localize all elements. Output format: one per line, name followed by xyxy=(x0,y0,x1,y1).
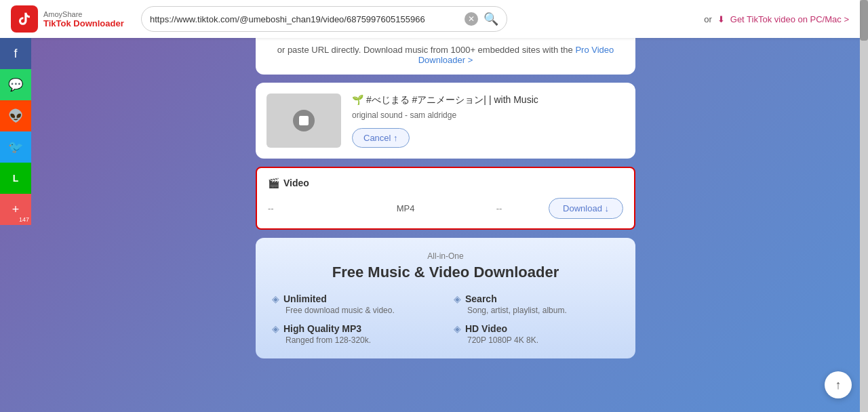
cancel-button[interactable]: Cancel ↑ xyxy=(352,128,410,148)
main-content: or paste URL directly. Download music fr… xyxy=(31,38,860,412)
clear-button[interactable]: ✕ xyxy=(465,12,478,26)
twitter-icon: 🐦 xyxy=(8,140,23,154)
play-icon xyxy=(293,110,315,131)
feature-unlimited: ◈ Unlimited Free download music & video. xyxy=(272,293,437,315)
diamond-icon-3: ◈ xyxy=(272,323,279,334)
get-pc-link[interactable]: Get TikTok video on PC/Mac > xyxy=(730,14,849,24)
video-info: 🌱 #べじまる #アニメーション| | with Music original … xyxy=(352,94,625,148)
allinone-label: All-in-One xyxy=(272,251,619,261)
feature-hq-mp3: ◈ High Quality MP3 Ranged from 128-320k. xyxy=(272,323,437,345)
feature-search: ◈ Search Song, artist, playlist, album. xyxy=(454,293,619,315)
feature-search-name: Search xyxy=(465,293,497,304)
video-label: Video xyxy=(283,178,309,188)
app-name: AmoyShare xyxy=(43,10,124,18)
header: AmoyShare TikTok Downloader ✕ 🔍 or ⬇ Get… xyxy=(0,0,860,38)
stop-square xyxy=(299,116,309,125)
video-file-icon: 🎬 xyxy=(268,178,279,188)
feature-hq-mp3-name: High Quality MP3 xyxy=(283,323,361,334)
whatsapp-share-button[interactable]: 💬 xyxy=(0,69,31,100)
share-plus-icon: + xyxy=(12,203,20,217)
product-name: TikTok Downloader xyxy=(43,18,124,28)
video-thumbnail xyxy=(267,94,341,148)
diamond-icon-1: ◈ xyxy=(272,293,279,304)
download-label: Download ↓ xyxy=(563,203,609,213)
download-col1: -- xyxy=(268,203,356,213)
line-icon: L xyxy=(13,173,19,184)
line-share-button[interactable]: L xyxy=(0,163,31,194)
promo-text: or paste URL directly. Download music fr… xyxy=(277,45,576,55)
feature-name-row-3: ◈ High Quality MP3 xyxy=(272,323,437,334)
feature-unlimited-name: Unlimited xyxy=(283,293,327,304)
video-title: 🌱 #べじまる #アニメーション| | with Music xyxy=(352,94,625,106)
scrollbar-thumb[interactable] xyxy=(860,0,868,41)
facebook-share-button[interactable]: f xyxy=(0,38,31,69)
feature-hq-mp3-desc: Ranged from 128-320k. xyxy=(272,335,437,345)
download-card-header: 🎬 Video xyxy=(268,178,623,188)
download-format: MP4 xyxy=(361,203,450,213)
diamond-icon-4: ◈ xyxy=(454,323,461,334)
back-to-top-button[interactable]: ↑ xyxy=(825,371,852,398)
url-input[interactable] xyxy=(150,14,465,24)
search-button[interactable]: 🔍 xyxy=(484,12,498,26)
video-subtitle: original sound - sam aldridge xyxy=(352,110,625,120)
reddit-icon: 👽 xyxy=(8,108,23,123)
scrollbar[interactable] xyxy=(860,0,868,412)
feature-hd-video-desc: 720P 1080P 4K 8K. xyxy=(454,335,619,345)
features-grid: ◈ Unlimited Free download music & video.… xyxy=(272,293,619,345)
social-sidebar: f 💬 👽 🐦 L + 147 xyxy=(0,38,31,225)
video-card: 🌱 #べじまる #アニメーション| | with Music original … xyxy=(256,83,635,159)
feature-hd-video-name: HD Video xyxy=(465,323,507,334)
header-right: or ⬇ Get TikTok video on PC/Mac > xyxy=(704,14,849,24)
feature-name-row-4: ◈ HD Video xyxy=(454,323,619,334)
logo-area: AmoyShare TikTok Downloader xyxy=(11,5,133,33)
feature-name-row-2: ◈ Search xyxy=(454,293,619,304)
share-count: 147 xyxy=(19,216,29,223)
feature-name-row: ◈ Unlimited xyxy=(272,293,437,304)
promo-bar: or paste URL directly. Download music fr… xyxy=(256,38,635,75)
download-size: -- xyxy=(455,203,543,213)
twitter-share-button[interactable]: 🐦 xyxy=(0,131,31,163)
app-logo-icon xyxy=(11,5,38,33)
reddit-share-button[interactable]: 👽 xyxy=(0,100,31,131)
download-card: 🎬 Video -- MP4 -- Download ↓ xyxy=(256,167,635,230)
back-to-top-icon: ↑ xyxy=(835,378,842,392)
search-bar: ✕ 🔍 xyxy=(141,6,507,32)
diamond-icon-2: ◈ xyxy=(454,293,461,304)
whatsapp-icon: 💬 xyxy=(8,77,23,92)
more-share-button[interactable]: + 147 xyxy=(0,194,31,225)
or-text: or xyxy=(704,14,712,24)
allinone-title: Free Music & Video Downloader xyxy=(272,264,619,281)
feature-hd-video: ◈ HD Video 720P 1080P 4K 8K. xyxy=(454,323,619,345)
download-row: -- MP4 -- Download ↓ xyxy=(268,198,623,219)
feature-unlimited-desc: Free download music & video. xyxy=(272,306,437,315)
download-button[interactable]: Download ↓ xyxy=(549,198,623,219)
facebook-icon: f xyxy=(14,47,17,61)
allinone-section: All-in-One Free Music & Video Downloader… xyxy=(256,238,635,358)
download-icon: ⬇ xyxy=(717,14,725,24)
logo-text: AmoyShare TikTok Downloader xyxy=(43,10,124,28)
feature-search-desc: Song, artist, playlist, album. xyxy=(454,306,619,315)
